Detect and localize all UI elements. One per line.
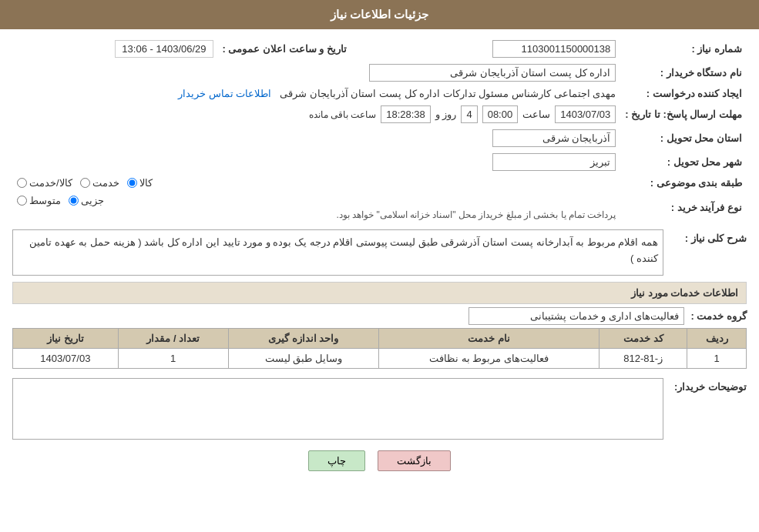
info-table: شماره نیاز : 1103001150000138 تاریخ و سا… — [12, 37, 747, 223]
category-radio-group: کالا/خدمت خدمت کالا — [17, 177, 616, 189]
row-province: استان محل تحویل : آذربایجان شرقی — [12, 126, 747, 150]
service-table-body: 1ز-81-812فعالیت‌های مربوط به نظافتوسایل … — [13, 349, 747, 369]
radio-motavasset: متوسط — [17, 195, 61, 206]
radio-khedmat-input[interactable] — [80, 178, 90, 188]
row-need-number: شماره نیاز : 1103001150000138 تاریخ و سا… — [12, 37, 747, 61]
jozvi-label: جزیی — [81, 195, 104, 206]
row-process: نوع فرآیند خرید : متوسط جزیی پرداخت تمام… — [12, 192, 747, 223]
process-label: نوع فرآیند خرید : — [620, 192, 747, 223]
col-need-date: تاریخ نیاز — [13, 329, 119, 349]
row-category: طبقه بندی موضوعی : کالا/خدمت خدمت کالا — [12, 174, 747, 192]
radio-khedmat: خدمت — [80, 177, 119, 189]
button-row: بازگشت چاپ — [12, 450, 747, 471]
row-buyer-org: نام دستگاه خریدار : اداره کل پست استان آ… — [12, 61, 747, 85]
province-box: آذربایجان شرقی — [492, 129, 616, 147]
send-time-label: ساعت — [522, 109, 550, 120]
buyer-description-label: توضیحات خریدار: — [670, 378, 747, 393]
requester-name: مهدی اجتماعی کارشناس مسئول تدارکات اداره… — [280, 88, 616, 99]
radio-kala-khedmat: کالا/خدمت — [17, 177, 72, 189]
print-button[interactable]: چاپ — [308, 450, 365, 471]
col-service-code: کد خدمت — [599, 329, 687, 349]
city-label: شهر محل تحویل : — [620, 150, 747, 174]
row-requester: ایجاد کننده درخواست : مهدی اجتماعی کارشن… — [12, 85, 747, 102]
radio-jozvi: جزیی — [69, 195, 104, 206]
province-label: استان محل تحویل : — [620, 126, 747, 150]
page-wrapper: جزئیات اطلاعات نیاز شماره نیاز : 1103001… — [0, 0, 759, 532]
buyer-description-box — [12, 378, 663, 440]
category-options: کالا/خدمت خدمت کالا — [12, 174, 620, 192]
city-value: تبریز — [12, 150, 620, 174]
motavasset-label: متوسط — [29, 195, 61, 206]
buyer-org-value: اداره کل پست استان آذربایجان شرقی — [12, 61, 620, 85]
cell-name: فعالیت‌های مربوط به نظافت — [378, 349, 599, 369]
col-service-name: نام خدمت — [378, 329, 599, 349]
send-date-value: 1403/07/03 ساعت 08:00 4 روز و 18:28:38 س… — [12, 102, 620, 126]
table-row: 1ز-81-812فعالیت‌های مربوط به نظافتوسایل … — [13, 349, 747, 369]
remaining-days-label: روز و — [435, 109, 457, 120]
send-date-box: 1403/07/03 — [555, 105, 616, 123]
cell-date: 1403/07/03 — [13, 349, 119, 369]
announce-date-label: تاریخ و ساعت اعلان عمومی : — [218, 37, 351, 61]
khedmat-label: خدمت — [92, 177, 119, 189]
need-number-label: شماره نیاز : — [620, 37, 747, 61]
remaining-label: ساعت باقی مانده — [309, 109, 377, 120]
radio-kala-input[interactable] — [127, 178, 137, 188]
requester-label: ایجاد کننده درخواست : — [620, 85, 747, 102]
announce-date-value: 1403/06/29 - 13:06 — [12, 37, 218, 61]
buyer-org-box: اداره کل پست استان آذربایجان شرقی — [369, 64, 616, 82]
buyer-org-label: نام دستگاه خریدار : — [620, 61, 747, 85]
need-number-box: 1103001150000138 — [492, 40, 616, 58]
service-group-value: فعالیت‌های اداری و خدمات پشتیبانی — [468, 307, 684, 325]
process-detail: پرداخت تمام یا بخشی از مبلغ خریداز محل "… — [17, 209, 616, 220]
date-row: 1403/07/03 ساعت 08:00 4 روز و 18:28:38 س… — [17, 105, 616, 123]
back-button[interactable]: بازگشت — [378, 450, 451, 471]
requester-contact-link[interactable]: اطلاعات تماس خریدار — [178, 88, 271, 99]
service-group-row: گروه خدمت : فعالیت‌های اداری و خدمات پشت… — [12, 307, 747, 325]
kala-label: کالا — [139, 177, 153, 189]
kala-khedmat-label: کالا/خدمت — [29, 177, 72, 189]
service-group-label: گروه خدمت : — [690, 310, 747, 322]
need-number-value: 1103001150000138 — [367, 37, 620, 61]
remaining-days-box: 4 — [461, 105, 477, 123]
col-quantity: تعداد / مقدار — [118, 329, 228, 349]
category-label: طبقه بندی موضوعی : — [620, 174, 747, 192]
services-section-header: اطلاعات خدمات مورد نیاز — [12, 282, 747, 304]
col-unit: واحد اندازه گیری — [228, 329, 378, 349]
description-label: شرح کلی نیاز : — [670, 229, 747, 244]
city-box: تبریز — [492, 153, 616, 171]
announce-date-box: 1403/06/29 - 13:06 — [115, 40, 213, 58]
cell-row: 1 — [687, 349, 747, 369]
service-table-header-row: ردیف کد خدمت نام خدمت واحد اندازه گیری ت… — [13, 329, 747, 349]
description-value: همه اقلام مربوط به آبدارخانه پست استان آ… — [12, 229, 663, 276]
radio-kala-khedmat-input[interactable] — [17, 178, 27, 188]
remaining-time-box: 18:28:38 — [381, 105, 431, 123]
send-time-box: 08:00 — [482, 105, 519, 123]
service-table: ردیف کد خدمت نام خدمت واحد اندازه گیری ت… — [12, 328, 747, 369]
page-header: جزئیات اطلاعات نیاز — [0, 0, 759, 29]
cell-unit: وسایل طبق لیست — [228, 349, 378, 369]
province-value: آذربایجان شرقی — [12, 126, 620, 150]
process-options: متوسط جزیی پرداخت تمام یا بخشی از مبلغ خ… — [12, 192, 620, 223]
row-city: شهر محل تحویل : تبریز — [12, 150, 747, 174]
radio-jozvi-input[interactable] — [69, 196, 79, 206]
cell-quantity: 1 — [118, 349, 228, 369]
process-radio-group: متوسط جزیی — [17, 195, 616, 206]
description-row: شرح کلی نیاز : همه اقلام مربوط به آبدارخ… — [12, 229, 747, 276]
service-table-head: ردیف کد خدمت نام خدمت واحد اندازه گیری ت… — [13, 329, 747, 349]
send-date-label: مهلت ارسال پاسخ: تا تاریخ : — [620, 102, 747, 126]
requester-value: مهدی اجتماعی کارشناس مسئول تدارکات اداره… — [12, 85, 620, 102]
col-row-number: ردیف — [687, 329, 747, 349]
page-title: جزئیات اطلاعات نیاز — [331, 8, 428, 21]
radio-motavasset-input[interactable] — [17, 196, 27, 206]
row-send-date: مهلت ارسال پاسخ: تا تاریخ : 1403/07/03 س… — [12, 102, 747, 126]
radio-kala: کالا — [127, 177, 153, 189]
buyer-description-row: توضیحات خریدار: — [12, 378, 747, 440]
cell-code: ز-81-812 — [599, 349, 687, 369]
main-content: شماره نیاز : 1103001150000138 تاریخ و سا… — [0, 29, 759, 487]
